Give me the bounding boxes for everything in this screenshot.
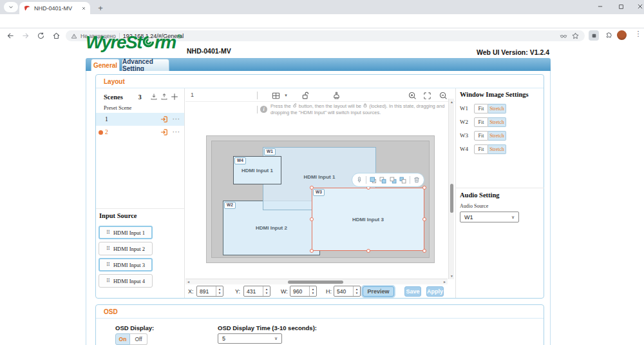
window-maximize-button[interactable] [612, 0, 630, 13]
load-scene-icon[interactable] [159, 127, 169, 137]
zoom-out-icon[interactable] [438, 90, 448, 101]
window-minimize-button[interactable] [591, 0, 609, 13]
reload-icon[interactable] [35, 30, 46, 41]
info-text-part: button, then the layout will be [298, 103, 363, 109]
scroll-right-arrow[interactable]: ► [443, 280, 446, 284]
extensions-puzzle-icon[interactable] [603, 30, 613, 41]
scene-more-icon[interactable]: ··· [173, 129, 180, 135]
apply-button[interactable]: Apply [426, 286, 444, 297]
fit-button[interactable]: Fit [474, 104, 488, 113]
delete-window-icon[interactable] [413, 175, 421, 184]
drag-handle-icon: ⠿ [106, 279, 110, 284]
osd-time-value: 5 [222, 335, 274, 342]
resize-handle[interactable] [422, 186, 426, 190]
horizontal-scrollbar[interactable]: ◄ ► [185, 279, 448, 284]
home-icon[interactable] [51, 30, 61, 41]
scrollbar-thumb[interactable] [288, 281, 343, 284]
spinner-arrows[interactable]: ▲▼ [216, 286, 223, 296]
input-hdmi-2[interactable]: ⠿ HDMI Input 2 [99, 242, 153, 255]
divider [366, 176, 366, 184]
preview-button[interactable]: Preview [363, 286, 394, 297]
osd-display-toggle: On Off [115, 333, 147, 345]
y-value: 431 [244, 288, 263, 295]
stretch-button[interactable]: Stretch [488, 104, 506, 113]
canvas-info-row: i Press the button, then the layout will… [185, 102, 455, 117]
osd-panel: OSD OSD Display: On Off OSD Display Time… [95, 304, 544, 345]
stretch-button[interactable]: Stretch [488, 144, 506, 154]
input-hdmi-3[interactable]: ⠿ HDMI Input 3 [99, 258, 153, 271]
osd-off-button[interactable]: Off [130, 333, 147, 345]
resize-handle[interactable] [310, 186, 314, 190]
tab-close-icon[interactable] [81, 6, 86, 11]
window-w4[interactable]: W4 HDMI Input 1 [233, 156, 281, 184]
bring-to-front-icon[interactable] [369, 175, 377, 184]
forward-icon[interactable] [20, 30, 30, 41]
info-text-part: Press the [270, 103, 292, 109]
scene-row-2[interactable]: 2 ··· [96, 126, 184, 139]
scrollbar-thumb[interactable] [450, 184, 453, 213]
tab-search-button[interactable] [4, 2, 18, 12]
osd-on-button[interactable]: On [115, 333, 130, 345]
input-hdmi-4[interactable]: ⠿ HDMI Input 4 [99, 274, 153, 288]
spinner-arrows[interactable]: ▲▼ [309, 286, 316, 296]
extension-icon[interactable] [589, 30, 599, 41]
info-text-part: (locked). In this state, dragging and [368, 103, 444, 109]
scroll-up-arrow[interactable]: ▲ [449, 100, 455, 104]
fit-screen-icon[interactable] [422, 90, 432, 101]
upload-scene-icon[interactable] [159, 92, 169, 102]
bookmark-star-icon[interactable] [571, 32, 580, 40]
resize-handle[interactable] [422, 217, 426, 221]
vertical-scrollbar[interactable]: ▲ ▼ [448, 99, 454, 279]
fit-button[interactable]: Fit [474, 131, 488, 141]
window-close-button[interactable] [631, 0, 644, 13]
fit-button[interactable]: Fit [474, 144, 488, 154]
h-input[interactable]: 540 ▲▼ [334, 286, 361, 297]
window-tab-label: W3 [313, 189, 325, 196]
layout-grid-icon[interactable] [270, 90, 281, 101]
unlock-icon[interactable] [300, 90, 310, 101]
layout-canvas[interactable]: W2 HDMI Input 2 W1 HDMI Input 1 W4 HDMI … [206, 135, 435, 263]
scroll-down-arrow[interactable]: ▼ [449, 274, 455, 278]
osd-time-select[interactable]: 5 ∨ [218, 333, 282, 344]
w-input[interactable]: 960 ▲▼ [290, 286, 317, 297]
browser-menu-icon[interactable]: ⋮ [634, 30, 643, 38]
settings-column: Window Image Settings W1 Fit Stretch W2 … [455, 88, 544, 298]
scroll-left-arrow[interactable]: ◄ [187, 280, 190, 284]
tab-general[interactable]: General [91, 59, 120, 71]
back-icon[interactable] [5, 30, 15, 41]
stretch-button[interactable]: Stretch [488, 131, 506, 141]
bring-forward-icon[interactable] [379, 175, 387, 184]
scene-row-1[interactable]: 1 ··· [96, 113, 184, 126]
load-scene-icon[interactable] [159, 114, 169, 124]
chevron-down-icon[interactable]: ▾ [281, 90, 291, 101]
stretch-button[interactable]: Stretch [488, 117, 506, 127]
spinner-arrows[interactable]: ▲▼ [353, 286, 360, 296]
new-tab-button[interactable]: + [95, 3, 106, 13]
add-scene-icon[interactable] [169, 92, 180, 102]
clear-brush-icon[interactable] [331, 90, 341, 101]
y-input[interactable]: 431 ▲▼ [243, 286, 270, 297]
pin-icon[interactable] [355, 175, 363, 184]
download-scene-icon[interactable] [149, 92, 159, 102]
input-hdmi-1[interactable]: ⠿ HDMI Input 1 [99, 226, 153, 239]
resize-handle[interactable] [310, 217, 314, 221]
resize-handle[interactable] [422, 249, 426, 253]
profile-avatar[interactable] [617, 30, 627, 40]
scene-more-icon[interactable]: ··· [173, 116, 180, 123]
window-w3-selected[interactable]: W3 HDMI Input 3 [312, 188, 424, 251]
tab-advanced-setting[interactable]: Advanced Setting [122, 59, 169, 71]
save-button[interactable]: Save [404, 286, 421, 297]
browser-tab[interactable]: NHD-0401-MV [19, 2, 90, 14]
send-to-back-icon[interactable] [399, 175, 407, 184]
audio-source-select[interactable]: W1 ∨ [460, 212, 519, 222]
spinner-arrows[interactable]: ▲▼ [263, 286, 270, 296]
send-backward-icon[interactable] [389, 175, 397, 184]
x-input[interactable]: 891 ▲▼ [196, 286, 223, 297]
fit-button[interactable]: Fit [474, 117, 488, 127]
resize-handle[interactable] [366, 249, 370, 253]
input-source-title: Input Source [99, 212, 137, 219]
audio-source-label: Audio Source [460, 203, 488, 209]
glasses-icon[interactable] [559, 32, 568, 40]
zoom-in-icon[interactable] [407, 90, 417, 101]
resize-handle[interactable] [310, 249, 314, 253]
